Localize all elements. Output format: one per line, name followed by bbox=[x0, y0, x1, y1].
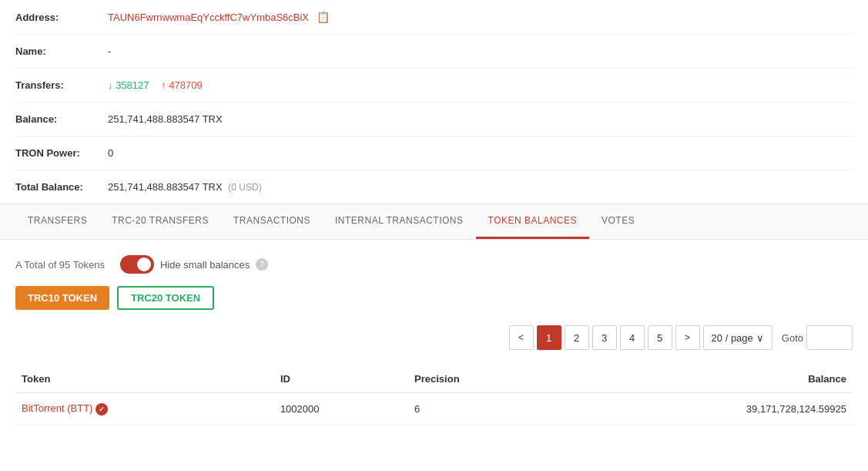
balance-value: 251,741,488.883547 TRX bbox=[108, 113, 223, 125]
tab-transfers[interactable]: TRANSFERS bbox=[15, 204, 99, 239]
page-2-button[interactable]: 2 bbox=[565, 325, 589, 350]
goto-input[interactable] bbox=[806, 325, 853, 350]
per-page-selector[interactable]: 20 / page ∨ bbox=[703, 325, 772, 350]
transfer-up-icon: ↑ 478709 bbox=[161, 79, 203, 91]
col-token: Token bbox=[15, 365, 274, 393]
table-row: BitTorrent (BTT)✓ 1002000 6 39,171,728,1… bbox=[15, 393, 853, 426]
tab-transactions[interactable]: TRANSACTIONS bbox=[221, 204, 323, 239]
tokens-header: A Total of 95 Tokens Hide small balances… bbox=[15, 255, 853, 274]
help-icon[interactable]: ? bbox=[256, 258, 268, 271]
tab-votes[interactable]: VOTES bbox=[589, 204, 647, 239]
hide-small-balances-toggle[interactable] bbox=[120, 255, 154, 274]
page-5-button[interactable]: 5 bbox=[648, 325, 672, 350]
toggle-container: Hide small balances ? bbox=[120, 255, 268, 274]
total-balance-label: Total Balance: bbox=[15, 181, 108, 193]
copy-icon[interactable]: 📋 bbox=[317, 11, 330, 23]
total-balance-value: 251,741,488.883547 TRX bbox=[108, 181, 223, 193]
id-cell: 1002000 bbox=[274, 393, 408, 426]
content-area: A Total of 95 Tokens Hide small balances… bbox=[0, 240, 868, 441]
page-1-button[interactable]: 1 bbox=[537, 325, 561, 350]
transfer-down-value: 358127 bbox=[116, 79, 149, 91]
tab-internal-transactions[interactable]: INTERNAL TRANSACTIONS bbox=[323, 204, 476, 239]
address-label: Address: bbox=[15, 12, 108, 23]
tron-power-label: TRON Power: bbox=[15, 147, 108, 159]
col-balance: Balance bbox=[558, 365, 853, 393]
goto-label: Goto bbox=[782, 332, 803, 344]
transfers-label: Transfers: bbox=[15, 79, 108, 91]
name-label: Name: bbox=[15, 45, 108, 57]
total-balance-usd: (0 USD) bbox=[228, 182, 261, 193]
tab-trc20-transfers[interactable]: TRC-20 TRANSFERS bbox=[99, 204, 221, 239]
tab-token-balances[interactable]: TOKEN BALANCES bbox=[476, 204, 589, 239]
transfer-up-value: 478709 bbox=[169, 79, 202, 91]
tokens-count: A Total of 95 Tokens bbox=[15, 259, 105, 271]
token-link[interactable]: BitTorrent (BTT) bbox=[22, 402, 92, 414]
transfer-down-icon: ↓ 358127 bbox=[108, 79, 149, 91]
col-precision: Precision bbox=[408, 365, 558, 393]
token-cell: BitTorrent (BTT)✓ bbox=[15, 393, 274, 426]
page-3-button[interactable]: 3 bbox=[592, 325, 617, 350]
balance-cell: 39,171,728,124.59925 bbox=[558, 393, 853, 426]
verified-badge: ✓ bbox=[96, 403, 108, 415]
address-link[interactable]: TAUN6FwrnwwmaEqYcckffC7wYmbaS6cBiX bbox=[108, 12, 309, 23]
tron-power-value: 0 bbox=[108, 147, 113, 159]
trc10-button[interactable]: TRC10 TOKEN bbox=[15, 286, 109, 310]
pagination: < 1 2 3 4 5 > 20 / page ∨ Goto bbox=[15, 325, 853, 350]
per-page-label: 20 / page bbox=[712, 332, 753, 344]
page-next-button[interactable]: > bbox=[675, 325, 700, 350]
page-prev-button[interactable]: < bbox=[509, 325, 534, 350]
col-id: ID bbox=[274, 365, 408, 393]
precision-cell: 6 bbox=[408, 393, 558, 426]
balance-label: Balance: bbox=[15, 113, 108, 125]
chevron-down-icon: ∨ bbox=[756, 332, 764, 344]
token-table: Token ID Precision Balance BitTorrent (B… bbox=[15, 365, 853, 426]
name-value: - bbox=[108, 45, 111, 57]
tabs-container: TRANSFERS TRC-20 TRANSFERS TRANSACTIONS … bbox=[0, 204, 868, 240]
trc20-button[interactable]: TRC20 TOKEN bbox=[117, 286, 214, 310]
toggle-label: Hide small balances bbox=[160, 259, 250, 271]
token-buttons: TRC10 TOKEN TRC20 TOKEN bbox=[15, 286, 853, 310]
page-4-button[interactable]: 4 bbox=[620, 325, 645, 350]
